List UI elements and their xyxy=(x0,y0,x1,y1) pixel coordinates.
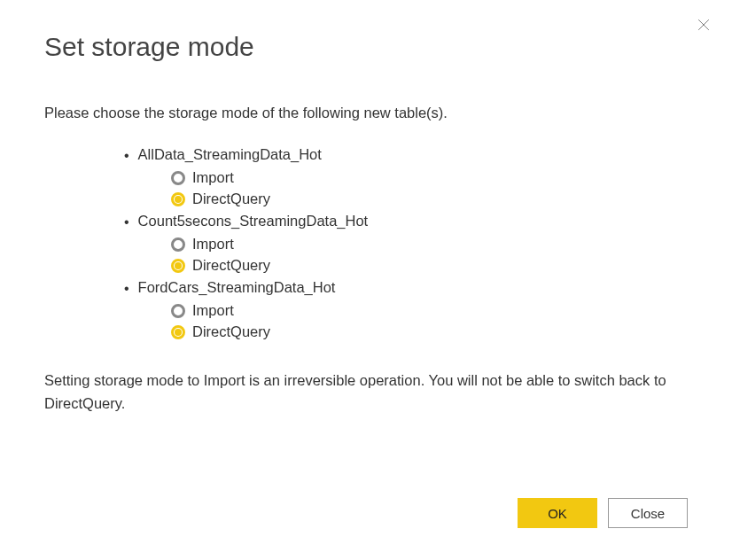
storage-option-import[interactable]: Import xyxy=(171,169,688,186)
table-item: • Count5secons_StreamingData_Hot Import … xyxy=(124,213,688,274)
table-name: Count5secons_StreamingData_Hot xyxy=(138,213,369,229)
radio-icon xyxy=(171,259,185,273)
option-label: DirectQuery xyxy=(192,257,270,274)
storage-option-import[interactable]: Import xyxy=(171,236,688,253)
storage-option-directquery[interactable]: DirectQuery xyxy=(171,257,688,274)
storage-option-directquery[interactable]: DirectQuery xyxy=(171,191,688,207)
ok-button[interactable]: OK xyxy=(518,498,597,528)
option-label: Import xyxy=(192,169,234,186)
option-label: Import xyxy=(192,302,234,319)
close-button[interactable]: Close xyxy=(608,498,688,528)
radio-icon xyxy=(171,304,185,318)
warning-text: Setting storage mode to Import is an irr… xyxy=(44,369,688,416)
storage-mode-dialog: Set storage mode Please choose the stora… xyxy=(0,0,732,560)
radio-icon xyxy=(171,171,185,185)
storage-option-directquery[interactable]: DirectQuery xyxy=(171,323,688,340)
dialog-buttons: OK Close xyxy=(518,498,688,528)
table-name: AllData_StreamingData_Hot xyxy=(138,146,322,163)
tables-list: • AllData_StreamingData_Hot Import Direc… xyxy=(124,146,688,340)
bullet-icon: • xyxy=(124,146,129,166)
storage-option-import[interactable]: Import xyxy=(171,302,688,319)
radio-icon xyxy=(171,325,185,339)
bullet-icon: • xyxy=(124,279,129,299)
radio-icon xyxy=(171,192,185,206)
option-label: DirectQuery xyxy=(192,191,270,207)
option-label: DirectQuery xyxy=(192,323,270,340)
dialog-title: Set storage mode xyxy=(44,32,688,62)
table-item: • AllData_StreamingData_Hot Import Direc… xyxy=(124,146,688,207)
radio-icon xyxy=(171,237,185,252)
table-item: • FordCars_StreamingData_Hot Import Dire… xyxy=(124,279,688,340)
table-name: FordCars_StreamingData_Hot xyxy=(138,279,336,296)
close-icon[interactable] xyxy=(695,16,713,34)
bullet-icon: • xyxy=(124,213,129,232)
instruction-text: Please choose the storage mode of the fo… xyxy=(44,105,688,121)
option-label: Import xyxy=(192,236,234,253)
